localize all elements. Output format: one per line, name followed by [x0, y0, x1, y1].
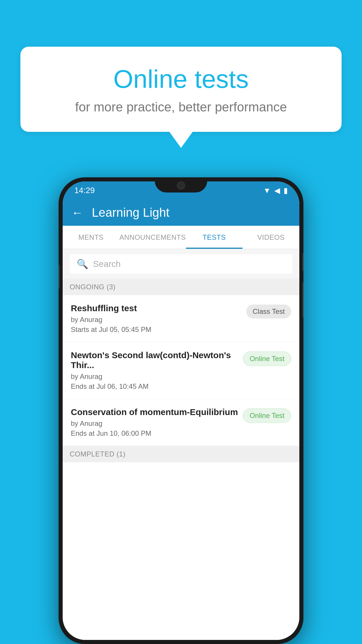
search-input[interactable]: Search [93, 259, 121, 269]
test-badge-3: Online Test [243, 408, 291, 423]
test-info-1: Reshuffling test by Anurag Starts at Jul… [71, 303, 242, 334]
test-item-3[interactable]: Conservation of momentum-Equilibrium by … [63, 399, 299, 446]
phone-wrapper: 14:29 ▼ ◀ ▮ ← Learning Light MENTS ANNOU… [59, 177, 303, 644]
battery-icon: ▮ [284, 186, 288, 195]
completed-section-header: COMPLETED (1) [63, 446, 299, 462]
tests-list: Reshuffling test by Anurag Starts at Jul… [63, 295, 299, 640]
search-icon: 🔍 [77, 258, 88, 270]
signal-icon: ◀ [274, 186, 280, 195]
speech-bubble-container: Online tests for more practice, better p… [20, 47, 342, 148]
tab-bar: MENTS ANNOUNCEMENTS TESTS VIDEOS [63, 226, 299, 249]
test-name-1: Reshuffling test [71, 303, 242, 313]
tab-videos[interactable]: VIDEOS [242, 226, 299, 249]
app-title: Learning Light [92, 206, 169, 220]
test-info-2: Newton's Second law(contd)-Newton's Thir… [71, 350, 238, 391]
speech-bubble-subtitle: for more practice, better performance [44, 100, 318, 114]
test-date-1: Starts at Jul 05, 05:45 PM [71, 326, 242, 334]
test-date-3: Ends at Jun 10, 06:00 PM [71, 429, 238, 438]
back-button[interactable]: ← [71, 206, 83, 219]
phone-camera [177, 181, 185, 190]
test-name-3: Conservation of momentum-Equilibrium [71, 407, 238, 417]
test-by-2: by Anurag [71, 372, 238, 381]
test-by-3: by Anurag [71, 419, 238, 428]
app-header: ← Learning Light [63, 200, 299, 226]
search-bar[interactable]: 🔍 Search [70, 254, 292, 274]
tab-tests[interactable]: TESTS [186, 226, 243, 249]
status-icons: ▼ ◀ ▮ [263, 186, 288, 195]
test-badge-1: Class Test [246, 304, 291, 318]
test-badge-2: Online Test [243, 351, 291, 366]
volume-down-button [302, 282, 303, 317]
volume-button [59, 265, 60, 288]
status-time: 14:29 [74, 186, 95, 195]
wifi-icon: ▼ [263, 186, 271, 195]
speech-bubble-title: Online tests [44, 64, 318, 94]
tab-announcements[interactable]: ANNOUNCEMENTS [120, 226, 186, 249]
power-button [302, 253, 303, 271]
phone-frame: 14:29 ▼ ◀ ▮ ← Learning Light MENTS ANNOU… [59, 177, 303, 644]
test-date-2: Ends at Jul 06, 10:45 AM [71, 382, 238, 391]
test-info-3: Conservation of momentum-Equilibrium by … [71, 407, 238, 438]
test-item-2[interactable]: Newton's Second law(contd)-Newton's Thir… [63, 342, 299, 399]
phone-screen: 14:29 ▼ ◀ ▮ ← Learning Light MENTS ANNOU… [63, 181, 299, 640]
search-container: 🔍 Search [63, 249, 299, 279]
phone-notch [155, 177, 207, 192]
test-name-2: Newton's Second law(contd)-Newton's Thir… [71, 350, 238, 370]
ongoing-section-header: ONGOING (3) [63, 279, 299, 295]
speech-bubble-arrow [169, 132, 193, 148]
tab-ments[interactable]: MENTS [63, 226, 120, 249]
speech-bubble: Online tests for more practice, better p… [20, 47, 342, 132]
test-by-1: by Anurag [71, 316, 242, 324]
test-item-1[interactable]: Reshuffling test by Anurag Starts at Jul… [63, 295, 299, 342]
